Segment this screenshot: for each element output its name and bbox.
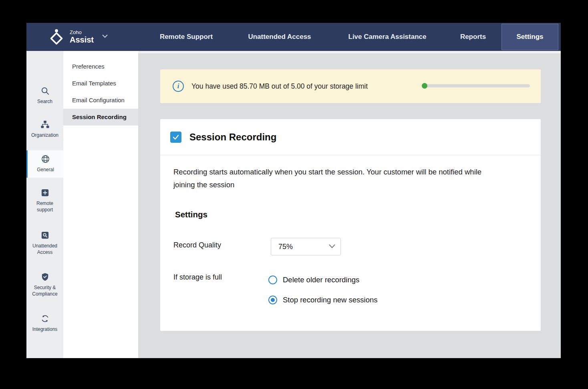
search-icon <box>40 86 50 95</box>
chevron-down-icon <box>328 244 336 249</box>
sidebar-item-remote-support[interactable]: Remote support <box>26 186 63 218</box>
tab-settings[interactable]: Settings <box>501 24 558 50</box>
tab-remote-support[interactable]: Remote Support <box>146 23 226 51</box>
zoho-assist-logo[interactable]: Zoho Assist <box>47 28 94 46</box>
submenu-item-session-recording[interactable]: Session Recording <box>63 109 138 126</box>
record-quality-label: Record Quality <box>173 241 221 249</box>
sidebar-label: General <box>35 166 56 173</box>
session-recording-checkbox[interactable] <box>170 132 181 143</box>
sidebar-item-search[interactable]: Search <box>26 84 63 109</box>
tab-reports[interactable]: Reports <box>443 23 503 51</box>
sidebar-label: Organization <box>30 132 60 138</box>
settings-heading: Settings <box>175 210 207 219</box>
storage-progress-bar <box>423 84 530 87</box>
top-navbar: Zoho Assist Remote Support Unattended Ac… <box>26 23 561 51</box>
settings-submenu: Preferences Email Templates Email Config… <box>63 51 138 358</box>
submenu-item-email-templates[interactable]: Email Templates <box>63 75 138 92</box>
radio-icon-selected <box>268 296 277 304</box>
submenu-item-preferences[interactable]: Preferences <box>63 58 138 75</box>
shield-check-icon <box>40 272 50 282</box>
sidebar-label: Remote support <box>26 200 63 213</box>
chevron-down-icon[interactable] <box>102 34 108 38</box>
globe-icon <box>41 154 50 164</box>
org-chart-icon <box>40 120 50 129</box>
app-window: Zoho Assist Remote Support Unattended Ac… <box>26 23 561 358</box>
storage-usage-banner: i You have used 85.70 MB out of 5.00 of … <box>160 69 541 103</box>
sidebar-label: Unattended Access <box>26 243 63 255</box>
sidebar-item-unattended-access[interactable]: Unattended Access <box>26 228 63 260</box>
page-title: Session Recording <box>189 132 276 143</box>
tab-live-camera-assistance[interactable]: Live Camera Assistance <box>339 23 435 51</box>
content-top-strip <box>138 51 561 53</box>
session-recording-card: Session Recording Recording starts autom… <box>160 119 541 331</box>
radio-label: Stop recording new sessions <box>283 296 378 304</box>
logo-text: Zoho Assist <box>70 30 94 44</box>
tab-unattended-access[interactable]: Unattended Access <box>240 23 320 51</box>
sidebar-item-organization[interactable]: Organization <box>26 118 63 142</box>
record-quality-dropdown[interactable]: 75% <box>271 238 341 255</box>
sync-arrows-icon <box>40 314 50 323</box>
storage-progress-indicator <box>422 83 427 89</box>
logo-brand: Zoho <box>70 30 94 35</box>
sidebar-label: Search <box>36 98 54 105</box>
submenu-item-email-configuration[interactable]: Email Configuration <box>63 92 138 109</box>
record-quality-value: 75% <box>278 238 293 255</box>
icon-sidebar: Search Organization General <box>26 51 63 358</box>
sidebar-item-integrations[interactable]: Integrations <box>26 312 63 336</box>
storage-full-label: If storage is full <box>173 273 222 282</box>
main-content: i You have used 85.70 MB out of 5.00 of … <box>138 51 561 358</box>
card-header: Session Recording <box>160 119 541 155</box>
radio-delete-older-recordings[interactable]: Delete older recordings <box>268 276 359 284</box>
check-icon <box>172 134 179 141</box>
radio-label: Delete older recordings <box>283 276 359 284</box>
sidebar-item-general[interactable]: General <box>26 150 63 178</box>
monitor-search-icon <box>40 231 50 240</box>
radio-stop-recording-new-sessions[interactable]: Stop recording new sessions <box>268 296 378 304</box>
recording-description: Recording starts automatically when you … <box>173 166 502 192</box>
sidebar-label: Security & Compliance <box>26 284 63 297</box>
plus-square-icon <box>40 188 50 197</box>
radio-icon <box>268 276 277 284</box>
zoho-assist-logo-icon <box>47 28 66 46</box>
sidebar-label: Integrations <box>31 326 59 332</box>
info-icon: i <box>173 81 184 92</box>
storage-usage-text: You have used 85.70 MB out of 5.00 of yo… <box>191 69 368 103</box>
sidebar-item-security-compliance[interactable]: Security & Compliance <box>26 270 63 304</box>
logo-product: Assist <box>70 35 94 44</box>
